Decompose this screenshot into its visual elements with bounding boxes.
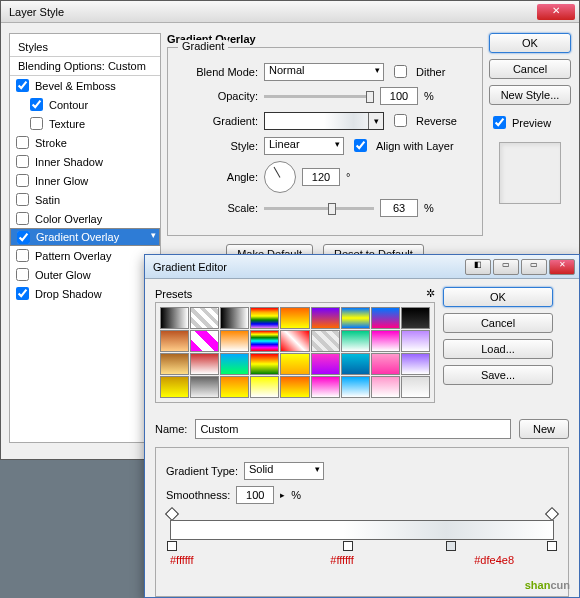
preset-swatch[interactable] [311,330,340,352]
style-item[interactable]: Contour [10,95,160,114]
gradient-type-select[interactable]: Solid [244,462,324,480]
preset-swatch[interactable] [401,353,430,375]
preset-swatch[interactable] [371,353,400,375]
ge-load-button[interactable]: Load... [443,339,553,359]
opacity-stop[interactable] [545,507,559,521]
preset-swatch[interactable] [190,376,219,398]
style-item[interactable]: Pattern Overlay [10,246,160,265]
new-button[interactable]: New [519,419,569,439]
gradient-bar[interactable] [170,520,554,540]
name-input[interactable] [195,419,511,439]
preset-swatch[interactable] [341,376,370,398]
preset-swatch[interactable] [311,376,340,398]
style-checkbox[interactable] [16,79,29,92]
style-item[interactable]: Inner Shadow [10,152,160,171]
ge-cancel-button[interactable]: Cancel [443,313,553,333]
presets-menu-icon[interactable]: ✲ [426,287,435,300]
close-icon[interactable]: ✕ [549,259,575,275]
style-item[interactable]: Gradient Overlay [10,228,160,246]
cancel-button[interactable]: Cancel [489,59,571,79]
minimize-icon[interactable]: ▭ [493,259,519,275]
preset-swatch[interactable] [341,330,370,352]
style-item[interactable]: Bevel & Emboss [10,76,160,95]
style-item[interactable]: Stroke [10,133,160,152]
color-stop[interactable] [167,541,177,551]
preset-swatch[interactable] [250,330,279,352]
preset-swatch[interactable] [160,376,189,398]
help-icon[interactable]: ◧ [465,259,491,275]
style-item[interactable]: Satin [10,190,160,209]
style-checkbox[interactable] [30,98,43,111]
preset-swatch[interactable] [250,307,279,329]
preset-swatch[interactable] [190,307,219,329]
preset-swatch[interactable] [160,330,189,352]
color-stop[interactable] [547,541,557,551]
preset-swatch[interactable] [401,330,430,352]
style-item[interactable]: Outer Glow [10,265,160,284]
preset-swatch[interactable] [280,353,309,375]
ge-ok-button[interactable]: OK [443,287,553,307]
preset-swatch[interactable] [341,353,370,375]
preset-swatch[interactable] [371,376,400,398]
preset-swatch[interactable] [341,307,370,329]
preset-swatch[interactable] [250,376,279,398]
preset-swatch[interactable] [401,307,430,329]
align-checkbox[interactable] [354,139,367,152]
preset-swatch[interactable] [190,330,219,352]
preset-swatch[interactable] [250,353,279,375]
ok-button[interactable]: OK [489,33,571,53]
preset-swatch[interactable] [280,307,309,329]
style-checkbox[interactable] [16,155,29,168]
preset-swatch[interactable] [280,376,309,398]
style-checkbox[interactable] [16,212,29,225]
style-checkbox[interactable] [16,136,29,149]
style-checkbox[interactable] [17,231,30,244]
preset-swatch[interactable] [311,307,340,329]
angle-input[interactable] [302,168,340,186]
preset-swatch[interactable] [371,330,400,352]
reverse-checkbox[interactable] [394,114,407,127]
style-item[interactable]: Color Overlay [10,209,160,228]
preset-swatch[interactable] [190,353,219,375]
preview-checkbox[interactable] [493,116,506,129]
preset-swatch[interactable] [311,353,340,375]
style-checkbox[interactable] [16,174,29,187]
gradient-picker[interactable] [264,112,384,130]
preset-swatch[interactable] [220,376,249,398]
color-stop[interactable] [343,541,353,551]
preset-swatch[interactable] [220,307,249,329]
angle-dial[interactable] [264,161,296,193]
maximize-icon[interactable]: ▭ [521,259,547,275]
preset-swatch[interactable] [160,307,189,329]
opacity-stop[interactable] [165,507,179,521]
scale-slider[interactable] [264,207,374,210]
style-checkbox[interactable] [16,249,29,262]
style-checkbox[interactable] [16,193,29,206]
styles-header[interactable]: Styles [10,38,160,57]
preset-swatch[interactable] [160,353,189,375]
close-icon[interactable]: ✕ [537,4,575,20]
style-item[interactable]: Drop Shadow [10,284,160,303]
ge-save-button[interactable]: Save... [443,365,553,385]
style-item[interactable]: Inner Glow [10,171,160,190]
new-style-button[interactable]: New Style... [489,85,571,105]
color-stop[interactable] [446,541,456,551]
style-checkbox[interactable] [16,287,29,300]
style-select[interactable]: Linear [264,137,344,155]
preset-swatch[interactable] [220,353,249,375]
style-checkbox[interactable] [16,268,29,281]
opacity-input[interactable] [380,87,418,105]
preset-swatch[interactable] [280,330,309,352]
style-checkbox[interactable] [30,117,43,130]
opacity-slider[interactable] [264,95,374,98]
preset-swatch[interactable] [401,376,430,398]
presets-box [155,302,435,403]
preset-swatch[interactable] [220,330,249,352]
dither-checkbox[interactable] [394,65,407,78]
smoothness-input[interactable] [236,486,274,504]
blending-options-row[interactable]: Blending Options: Custom [10,57,160,76]
preset-swatch[interactable] [371,307,400,329]
scale-input[interactable] [380,199,418,217]
style-item[interactable]: Texture [10,114,160,133]
blend-mode-select[interactable]: Normal [264,63,384,81]
